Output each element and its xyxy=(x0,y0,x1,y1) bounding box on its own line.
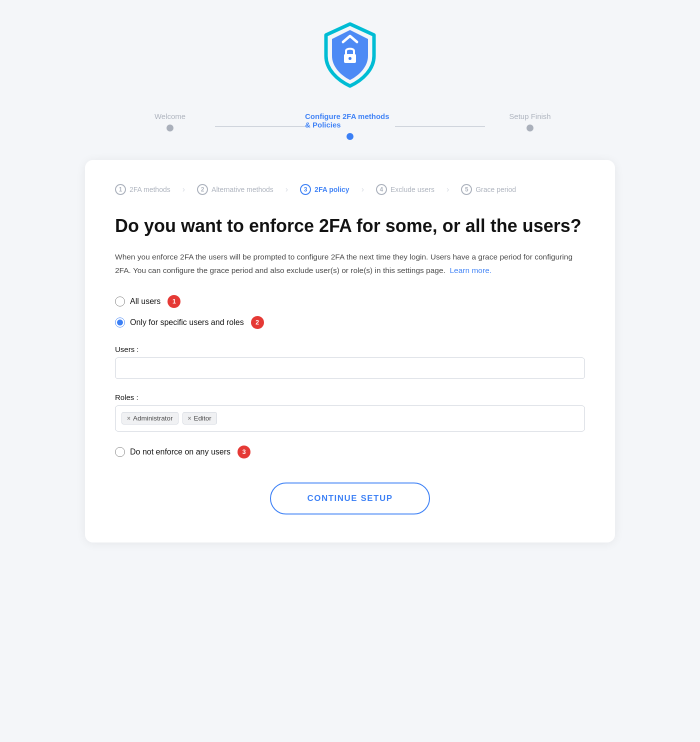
option-specific-users-label: Only for specific users and roles xyxy=(130,318,244,327)
sub-step-label-4: Exclude users xyxy=(390,186,434,194)
sub-step-num-2: 2 xyxy=(197,184,208,195)
continue-button-container: CONTINUE SETUP xyxy=(115,482,585,514)
users-input[interactable] xyxy=(115,358,585,379)
stepper-dot-welcome xyxy=(166,124,174,132)
stepper-line-1 xyxy=(215,126,305,127)
option-all-users[interactable]: All users 1 xyxy=(115,295,585,308)
enforce-options: All users 1 Only for specific users and … xyxy=(115,295,585,329)
stepper-line-2 xyxy=(395,126,485,127)
option-no-enforce-label: Do not enforce on any users xyxy=(130,448,230,456)
sub-step-exclude-users: 4 Exclude users xyxy=(376,184,434,195)
tag-label-editor: Editor xyxy=(194,414,212,422)
sub-step-num-1: 1 xyxy=(115,184,126,195)
badge-2: 2 xyxy=(251,316,264,329)
divider-2: › xyxy=(286,185,288,194)
roles-field-group: Roles : × Administrator × Editor xyxy=(115,393,585,432)
learn-more-link[interactable]: Learn more. xyxy=(450,266,492,274)
sub-step-label-5: Grace period xyxy=(476,186,516,194)
option-no-enforce[interactable]: Do not enforce on any users 3 xyxy=(115,446,585,458)
description: When you enforce 2FA the users will be p… xyxy=(115,250,585,277)
sub-step-num-5: 5 xyxy=(461,184,472,195)
continue-setup-button[interactable]: CONTINUE SETUP xyxy=(270,482,430,514)
sub-steps: 1 2FA methods › 2 Alternative methods › … xyxy=(115,184,585,195)
stepper-label-finish: Setup Finish xyxy=(509,112,550,120)
badge-3: 3 xyxy=(238,446,250,458)
roles-label: Roles : xyxy=(115,393,585,402)
stepper-label-welcome: Welcome xyxy=(154,112,186,120)
radio-all-users[interactable] xyxy=(115,296,125,306)
sub-step-label-3: 2FA policy xyxy=(314,186,350,194)
divider-1: › xyxy=(182,185,185,194)
svg-point-1 xyxy=(348,57,352,60)
radio-specific-users[interactable] xyxy=(115,318,125,328)
stepper-item-configure: Configure 2FA methods & Policies xyxy=(305,112,395,140)
divider-4: › xyxy=(446,185,449,194)
option-specific-users[interactable]: Only for specific users and roles 2 xyxy=(115,316,585,329)
sub-step-2fa-policy: 3 2FA policy xyxy=(300,184,350,195)
sub-step-2fa-methods: 1 2FA methods xyxy=(115,184,170,195)
option-all-users-label: All users xyxy=(130,297,160,306)
main-card: 1 2FA methods › 2 Alternative methods › … xyxy=(85,160,615,542)
tag-label-administrator: Administrator xyxy=(133,414,173,422)
sub-step-alternative-methods: 2 Alternative methods xyxy=(197,184,274,195)
radio-no-enforce[interactable] xyxy=(115,447,125,457)
sub-step-num-4: 4 xyxy=(376,184,387,195)
sub-step-label-1: 2FA methods xyxy=(130,186,170,194)
stepper-dot-configure xyxy=(346,133,354,140)
shield-logo-icon xyxy=(320,20,380,90)
stepper-dot-finish xyxy=(526,124,534,132)
roles-tags-input[interactable]: × Administrator × Editor xyxy=(115,406,585,432)
sub-step-num-3: 3 xyxy=(300,184,311,195)
stepper-label-configure: Configure 2FA methods & Policies xyxy=(305,112,395,129)
tag-close-editor[interactable]: × xyxy=(188,415,192,422)
stepper-item-finish: Setup Finish xyxy=(485,112,575,132)
users-field-group: Users : xyxy=(115,345,585,379)
page-title: Do you want to enforce 2FA for some, or … xyxy=(115,215,585,236)
badge-1: 1 xyxy=(168,295,180,308)
stepper-item-welcome: Welcome xyxy=(125,112,215,132)
sub-step-grace-period: 5 Grace period xyxy=(461,184,516,195)
tag-administrator: × Administrator xyxy=(122,412,178,424)
logo xyxy=(320,20,380,92)
divider-3: › xyxy=(362,185,364,194)
stepper: Welcome Configure 2FA methods & Policies… xyxy=(125,112,575,140)
tag-editor: × Editor xyxy=(182,412,217,424)
sub-step-label-2: Alternative methods xyxy=(212,186,274,194)
tag-close-administrator[interactable]: × xyxy=(127,415,130,422)
users-label: Users : xyxy=(115,345,585,354)
